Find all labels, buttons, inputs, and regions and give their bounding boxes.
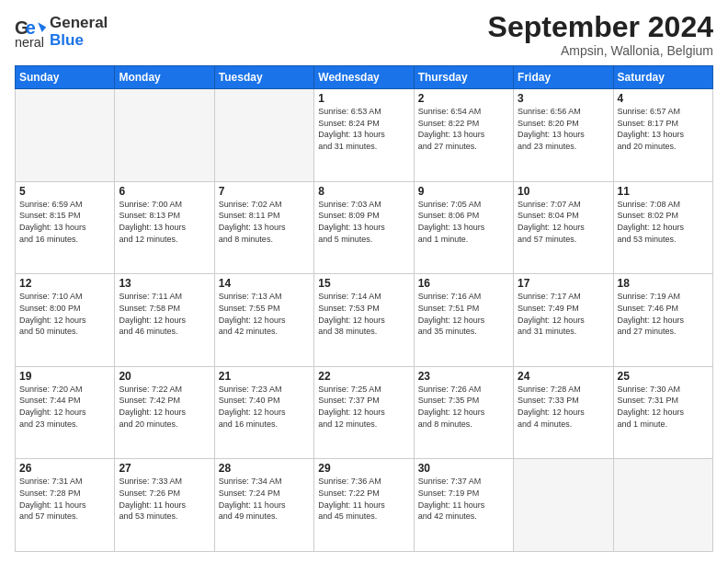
day-info: Sunrise: 7:05 AM Sunset: 8:06 PM Dayligh… bbox=[418, 199, 509, 245]
table-row: 2Sunrise: 6:54 AM Sunset: 8:22 PM Daylig… bbox=[414, 89, 513, 182]
table-row: 23Sunrise: 7:26 AM Sunset: 7:35 PM Dayli… bbox=[414, 366, 513, 459]
table-row: 8Sunrise: 7:03 AM Sunset: 8:09 PM Daylig… bbox=[314, 181, 414, 274]
table-row: 19Sunrise: 7:20 AM Sunset: 7:44 PM Dayli… bbox=[16, 366, 115, 459]
table-row: 24Sunrise: 7:28 AM Sunset: 7:33 PM Dayli… bbox=[514, 366, 613, 459]
day-number: 25 bbox=[618, 370, 709, 383]
col-wednesday: Wednesday bbox=[314, 66, 414, 89]
table-row: 7Sunrise: 7:02 AM Sunset: 8:11 PM Daylig… bbox=[214, 181, 313, 274]
table-row: 30Sunrise: 7:37 AM Sunset: 7:19 PM Dayli… bbox=[414, 459, 513, 552]
table-row: 15Sunrise: 7:14 AM Sunset: 7:53 PM Dayli… bbox=[314, 274, 414, 367]
day-number: 10 bbox=[518, 185, 609, 198]
table-row: 12Sunrise: 7:10 AM Sunset: 8:00 PM Dayli… bbox=[16, 274, 115, 367]
col-friday: Friday bbox=[514, 66, 613, 89]
day-number: 3 bbox=[518, 92, 609, 105]
calendar-table: Sunday Monday Tuesday Wednesday Thursday… bbox=[15, 65, 713, 552]
svg-text:neral: neral bbox=[15, 35, 44, 49]
table-row: 14Sunrise: 7:13 AM Sunset: 7:55 PM Dayli… bbox=[214, 274, 313, 367]
table-row: 22Sunrise: 7:25 AM Sunset: 7:37 PM Dayli… bbox=[314, 366, 414, 459]
day-info: Sunrise: 7:31 AM Sunset: 7:28 PM Dayligh… bbox=[19, 476, 110, 522]
col-tuesday: Tuesday bbox=[214, 66, 313, 89]
day-info: Sunrise: 7:14 AM Sunset: 7:53 PM Dayligh… bbox=[318, 291, 409, 337]
day-info: Sunrise: 7:02 AM Sunset: 8:11 PM Dayligh… bbox=[219, 199, 310, 245]
day-info: Sunrise: 7:10 AM Sunset: 8:00 PM Dayligh… bbox=[19, 291, 110, 337]
calendar-header-row: Sunday Monday Tuesday Wednesday Thursday… bbox=[16, 66, 713, 89]
logo-icon: G e neral bbox=[15, 16, 48, 49]
table-row bbox=[115, 89, 214, 182]
table-row: 26Sunrise: 7:31 AM Sunset: 7:28 PM Dayli… bbox=[16, 459, 115, 552]
table-row: 13Sunrise: 7:11 AM Sunset: 7:58 PM Dayli… bbox=[115, 274, 214, 367]
calendar-row: 5Sunrise: 6:59 AM Sunset: 8:15 PM Daylig… bbox=[16, 181, 713, 274]
logo: G e neral General Blue bbox=[15, 15, 108, 49]
col-saturday: Saturday bbox=[613, 66, 712, 89]
month-title: September 2024 bbox=[488, 11, 713, 43]
calendar-row: 19Sunrise: 7:20 AM Sunset: 7:44 PM Dayli… bbox=[16, 366, 713, 459]
day-number: 13 bbox=[119, 277, 210, 290]
table-row: 11Sunrise: 7:08 AM Sunset: 8:02 PM Dayli… bbox=[613, 181, 712, 274]
calendar-row: 26Sunrise: 7:31 AM Sunset: 7:28 PM Dayli… bbox=[16, 459, 713, 552]
table-row: 6Sunrise: 7:00 AM Sunset: 8:13 PM Daylig… bbox=[115, 181, 214, 274]
day-info: Sunrise: 7:34 AM Sunset: 7:24 PM Dayligh… bbox=[219, 476, 310, 522]
header: G e neral General Blue September 2024 Am… bbox=[15, 11, 713, 58]
day-info: Sunrise: 7:11 AM Sunset: 7:58 PM Dayligh… bbox=[119, 291, 210, 337]
calendar-row: 1Sunrise: 6:53 AM Sunset: 8:24 PM Daylig… bbox=[16, 89, 713, 182]
calendar-row: 12Sunrise: 7:10 AM Sunset: 8:00 PM Dayli… bbox=[16, 274, 713, 367]
day-number: 2 bbox=[418, 92, 509, 105]
day-number: 27 bbox=[119, 462, 210, 475]
day-info: Sunrise: 6:56 AM Sunset: 8:20 PM Dayligh… bbox=[518, 106, 609, 152]
title-block: September 2024 Ampsin, Wallonia, Belgium bbox=[488, 11, 713, 58]
col-sunday: Sunday bbox=[16, 66, 115, 89]
table-row: 10Sunrise: 7:07 AM Sunset: 8:04 PM Dayli… bbox=[514, 181, 613, 274]
table-row: 16Sunrise: 7:16 AM Sunset: 7:51 PM Dayli… bbox=[414, 274, 513, 367]
day-number: 6 bbox=[119, 185, 210, 198]
svg-marker-3 bbox=[38, 22, 46, 32]
day-number: 5 bbox=[19, 185, 110, 198]
day-number: 18 bbox=[618, 277, 709, 290]
table-row bbox=[214, 89, 313, 182]
table-row: 28Sunrise: 7:34 AM Sunset: 7:24 PM Dayli… bbox=[214, 459, 313, 552]
day-number: 9 bbox=[418, 185, 509, 198]
day-info: Sunrise: 7:25 AM Sunset: 7:37 PM Dayligh… bbox=[318, 384, 409, 430]
location: Ampsin, Wallonia, Belgium bbox=[488, 43, 713, 58]
day-number: 30 bbox=[418, 462, 509, 475]
day-info: Sunrise: 7:20 AM Sunset: 7:44 PM Dayligh… bbox=[19, 384, 110, 430]
day-info: Sunrise: 7:30 AM Sunset: 7:31 PM Dayligh… bbox=[618, 384, 709, 430]
day-info: Sunrise: 6:57 AM Sunset: 8:17 PM Dayligh… bbox=[618, 106, 709, 152]
day-number: 8 bbox=[318, 185, 409, 198]
day-number: 7 bbox=[219, 185, 310, 198]
day-number: 16 bbox=[418, 277, 509, 290]
day-info: Sunrise: 7:07 AM Sunset: 8:04 PM Dayligh… bbox=[518, 199, 609, 245]
col-thursday: Thursday bbox=[414, 66, 513, 89]
day-info: Sunrise: 7:37 AM Sunset: 7:19 PM Dayligh… bbox=[418, 476, 509, 522]
table-row: 9Sunrise: 7:05 AM Sunset: 8:06 PM Daylig… bbox=[414, 181, 513, 274]
day-info: Sunrise: 7:16 AM Sunset: 7:51 PM Dayligh… bbox=[418, 291, 509, 337]
table-row: 27Sunrise: 7:33 AM Sunset: 7:26 PM Dayli… bbox=[115, 459, 214, 552]
logo-line1: General bbox=[50, 15, 108, 32]
day-info: Sunrise: 7:36 AM Sunset: 7:22 PM Dayligh… bbox=[318, 476, 409, 522]
day-info: Sunrise: 7:00 AM Sunset: 8:13 PM Dayligh… bbox=[119, 199, 210, 245]
day-number: 14 bbox=[219, 277, 310, 290]
day-info: Sunrise: 6:54 AM Sunset: 8:22 PM Dayligh… bbox=[418, 106, 509, 152]
day-number: 19 bbox=[19, 370, 110, 383]
day-info: Sunrise: 7:33 AM Sunset: 7:26 PM Dayligh… bbox=[119, 476, 210, 522]
day-number: 4 bbox=[618, 92, 709, 105]
day-number: 11 bbox=[618, 185, 709, 198]
day-info: Sunrise: 7:23 AM Sunset: 7:40 PM Dayligh… bbox=[219, 384, 310, 430]
day-number: 1 bbox=[318, 92, 409, 105]
table-row: 3Sunrise: 6:56 AM Sunset: 8:20 PM Daylig… bbox=[514, 89, 613, 182]
day-info: Sunrise: 7:17 AM Sunset: 7:49 PM Dayligh… bbox=[518, 291, 609, 337]
table-row: 17Sunrise: 7:17 AM Sunset: 7:49 PM Dayli… bbox=[514, 274, 613, 367]
day-info: Sunrise: 7:03 AM Sunset: 8:09 PM Dayligh… bbox=[318, 199, 409, 245]
table-row: 20Sunrise: 7:22 AM Sunset: 7:42 PM Dayli… bbox=[115, 366, 214, 459]
table-row: 1Sunrise: 6:53 AM Sunset: 8:24 PM Daylig… bbox=[314, 89, 414, 182]
day-info: Sunrise: 6:59 AM Sunset: 8:15 PM Dayligh… bbox=[19, 199, 110, 245]
table-row: 18Sunrise: 7:19 AM Sunset: 7:46 PM Dayli… bbox=[613, 274, 712, 367]
day-number: 21 bbox=[219, 370, 310, 383]
day-info: Sunrise: 7:19 AM Sunset: 7:46 PM Dayligh… bbox=[618, 291, 709, 337]
day-number: 17 bbox=[518, 277, 609, 290]
table-row bbox=[16, 89, 115, 182]
page: G e neral General Blue September 2024 Am… bbox=[0, 0, 728, 563]
table-row bbox=[514, 459, 613, 552]
day-info: Sunrise: 7:08 AM Sunset: 8:02 PM Dayligh… bbox=[618, 199, 709, 245]
day-number: 20 bbox=[119, 370, 210, 383]
logo-line2: Blue bbox=[50, 32, 108, 50]
